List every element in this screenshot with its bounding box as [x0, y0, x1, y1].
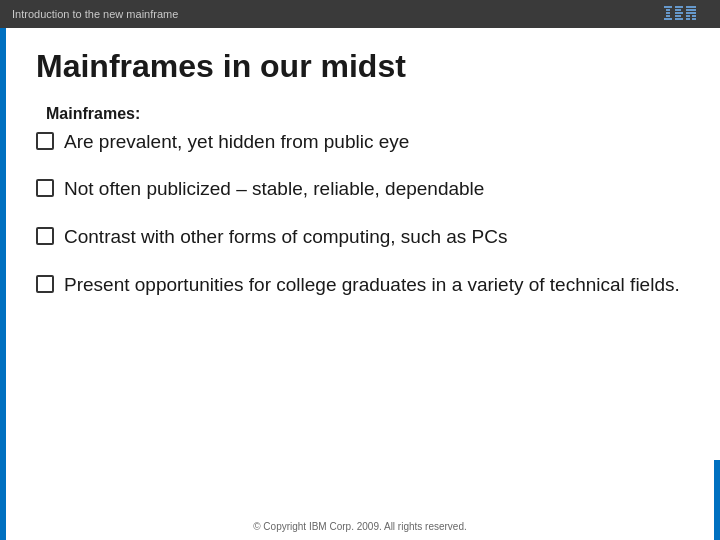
svg-rect-11	[686, 9, 696, 11]
svg-rect-10	[686, 6, 696, 8]
section-heading: Mainframes:	[46, 105, 696, 123]
bullet-checkbox-2	[36, 179, 54, 197]
bullet-item-3: Contrast with other forms of computing, …	[36, 224, 696, 250]
bullet-text-4: Present opportunities for college gradua…	[64, 272, 696, 298]
svg-rect-12	[686, 12, 696, 14]
bullet-checkbox-4	[36, 275, 54, 293]
svg-rect-1	[666, 9, 670, 11]
bullet-checkbox-3	[36, 227, 54, 245]
bullet-text-3: Contrast with other forms of computing, …	[64, 224, 696, 250]
bullet-checkbox-1	[36, 132, 54, 150]
bullet-item-4: Present opportunities for college gradua…	[36, 272, 696, 298]
svg-rect-3	[666, 15, 670, 17]
slide-title: Mainframes in our midst	[36, 48, 696, 85]
svg-rect-16	[692, 18, 696, 20]
left-accent-bar	[0, 28, 6, 540]
svg-rect-4	[664, 18, 672, 20]
svg-rect-14	[692, 15, 696, 17]
svg-rect-2	[666, 12, 670, 14]
svg-rect-15	[686, 18, 690, 20]
ibm-logo	[664, 4, 708, 24]
svg-rect-6	[675, 9, 681, 11]
footer: © Copyright IBM Corp. 2009. All rights r…	[0, 521, 720, 532]
svg-rect-5	[675, 6, 683, 8]
svg-rect-7	[675, 12, 683, 14]
bullet-item-1: Are prevalent, yet hidden from public ey…	[36, 129, 696, 155]
main-content: Mainframes in our midst Mainframes: Are …	[6, 28, 720, 333]
svg-rect-9	[675, 18, 683, 20]
bullets-container: Are prevalent, yet hidden from public ey…	[36, 129, 696, 298]
svg-rect-8	[675, 15, 681, 17]
svg-rect-13	[686, 15, 690, 17]
ibm-logo-svg	[664, 4, 708, 24]
top-bar: Introduction to the new mainframe	[0, 0, 720, 28]
bullet-text-1: Are prevalent, yet hidden from public ey…	[64, 129, 696, 155]
svg-rect-0	[664, 6, 672, 8]
top-bar-title: Introduction to the new mainframe	[12, 8, 178, 20]
bullet-text-2: Not often publicized – stable, reliable,…	[64, 176, 696, 202]
bullet-item-2: Not often publicized – stable, reliable,…	[36, 176, 696, 202]
